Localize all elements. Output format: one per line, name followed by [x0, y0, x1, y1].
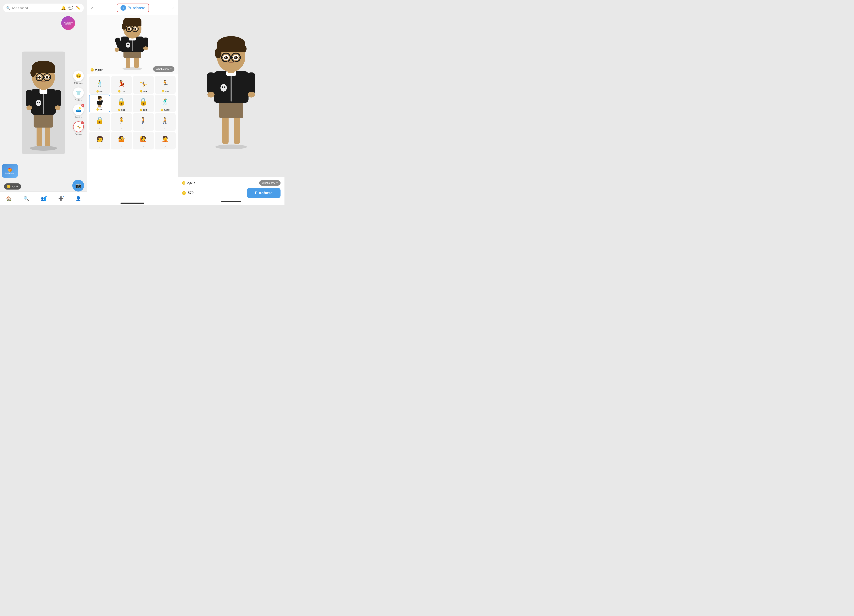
- coins-value-right: 2,437: [187, 181, 195, 185]
- gesture-svg: [95, 96, 105, 108]
- camera-button[interactable]: 📷: [72, 179, 84, 192]
- gesture-thumb: 💃: [116, 77, 127, 89]
- gesture-check: ✓: [99, 127, 101, 130]
- gesture-thumb-4-4: 🤦: [160, 133, 171, 145]
- gesture-price: 🪙480: [140, 90, 147, 93]
- coins-display-left: 🪙 2,437: [4, 183, 21, 190]
- avatar-preview-middle: 🪙 2,437 What's new ▾: [87, 15, 178, 74]
- svg-rect-11: [26, 90, 32, 107]
- gesture-item-3-2[interactable]: 🧍 ✓: [111, 113, 132, 131]
- gesture-thumb-3-4: 🧎: [160, 114, 171, 126]
- svg-point-68: [215, 144, 247, 149]
- right-whats-new-button[interactable]: What's new ▾: [259, 180, 281, 186]
- purchase-label-middle: Purchase: [128, 6, 145, 10]
- price-coin-icon: 🪙: [182, 191, 186, 195]
- fashion-label: Fashion: [75, 99, 82, 101]
- gesture-thumb: 🤸: [138, 77, 149, 89]
- svg-point-27: [38, 76, 41, 79]
- nav-profile[interactable]: 👤: [76, 196, 81, 201]
- gesture-item-top-2[interactable]: 💃 🪙220: [111, 76, 132, 94]
- close-button[interactable]: ×: [91, 5, 94, 11]
- search-input[interactable]: [12, 6, 59, 10]
- gesture-item-top-1[interactable]: 🕺 🪙480: [89, 76, 110, 94]
- lucky-spin-label: Lucky Spin!: [5, 172, 14, 174]
- gesture-item-3-3[interactable]: 🚶 ✓: [133, 113, 154, 131]
- gesture-thumb-4-2: 🤷: [116, 133, 127, 145]
- svg-rect-59: [100, 105, 101, 107]
- whats-new-button[interactable]: What's new ▾: [153, 66, 174, 71]
- menu-gesture[interactable]: 🤸 N Gesture: [73, 122, 84, 135]
- gesture-price: 🪙220: [118, 90, 125, 93]
- grid-row-4: 🧑 ✓ 🤷 ✓ 🙋 ✓ 🤦 ✓: [89, 132, 175, 149]
- gesture-item-4-2[interactable]: 🤷 ✓: [111, 132, 132, 149]
- menu-fashion[interactable]: 👕 Fashion: [73, 87, 84, 101]
- gesture-item-3-1[interactable]: 🔒 ✓: [89, 113, 110, 131]
- svg-rect-79: [247, 73, 255, 94]
- gesture-item-3-4[interactable]: 🧎 ✓: [155, 113, 176, 131]
- svg-point-95: [224, 56, 228, 59]
- gesture-item-top-3[interactable]: 🤸 🪙480: [133, 76, 154, 94]
- search-bar: 🔍 🔔 💬 ✏️: [3, 3, 84, 12]
- gesture-lock-3: 🔒: [94, 114, 105, 126]
- see-others-label: SEE OTHERS ZEPETO: [61, 21, 75, 25]
- gesture-item-2-3[interactable]: 🔒 🪙920: [133, 94, 154, 113]
- gesture-item-2-2[interactable]: 🔒 🪙660: [111, 94, 132, 113]
- svg-point-87: [242, 45, 247, 52]
- lucky-spin[interactable]: 🎁 Lucky Spin!: [2, 164, 18, 178]
- svg-point-81: [248, 91, 255, 97]
- search-icon: 🔍: [6, 6, 10, 10]
- avatar-area: SEE OTHERS ZEPETO: [0, 14, 87, 192]
- avatar-svg-middle: [113, 18, 152, 71]
- gesture-item-4-1[interactable]: 🧑 ✓: [89, 132, 110, 149]
- back-button[interactable]: ‹: [172, 5, 174, 11]
- coins-display-middle: 🪙 2,437: [90, 68, 103, 71]
- nav-friends[interactable]: 👥: [41, 196, 46, 201]
- menu-edit-face[interactable]: 😊 Edit face: [73, 70, 84, 84]
- right-bottom: 🪙 2,437 What's new ▾ 🪙 570 Purchase: [178, 177, 284, 205]
- see-others-badge[interactable]: SEE OTHERS ZEPETO: [61, 16, 75, 30]
- gesture-thumb-3-3: 🚶: [138, 114, 149, 126]
- gesture-item-2-4[interactable]: 🕺 🪙1,010: [155, 94, 176, 113]
- grid-row-top: 🕺 🪙480 💃 🪙220 🤸 🪙480 🏃 🪙570: [89, 76, 175, 94]
- gesture-item-2-1-selected[interactable]: 🪙570: [89, 94, 110, 113]
- nav-add[interactable]: ➕: [58, 196, 64, 201]
- purchase-badge[interactable]: 1 Purchase: [117, 3, 149, 12]
- pencil-icon[interactable]: ✏️: [76, 6, 81, 10]
- right-bottom-top: 🪙 2,437 What's new ▾: [182, 180, 281, 186]
- whats-new-label: What's new: [156, 67, 169, 70]
- gesture-check: ✓: [120, 146, 122, 148]
- bell-icon[interactable]: 🔔: [61, 6, 66, 10]
- menu-interior[interactable]: 🛋️ N Interior: [73, 105, 84, 118]
- svg-point-29: [122, 67, 142, 70]
- svg-rect-2: [37, 125, 42, 146]
- svg-point-19: [30, 69, 36, 77]
- svg-point-76: [224, 86, 226, 88]
- gesture-check: ✓: [120, 127, 122, 130]
- nav-home[interactable]: 🏠: [6, 196, 11, 201]
- gesture-price: 🪙570: [162, 90, 169, 93]
- purchase-count-circle: 1: [120, 5, 126, 11]
- svg-point-42: [143, 46, 148, 50]
- purchase-button[interactable]: Purchase: [247, 188, 281, 198]
- edit-face-icon-circle: 😊: [73, 70, 84, 81]
- gesture-check: ✓: [142, 146, 144, 148]
- bubble-icon[interactable]: 💬: [69, 6, 73, 10]
- gesture-item-top-4[interactable]: 🏃 🪙570: [155, 76, 176, 94]
- add-dot: [63, 196, 64, 197]
- grid-row-3: 🔒 ✓ 🧍 ✓ 🚶 ✓ 🧎 ✓: [89, 113, 175, 131]
- bottom-bar-right: [221, 201, 241, 202]
- right-chevron-icon: ▾: [276, 181, 278, 184]
- fashion-icon: 👕: [76, 90, 81, 95]
- svg-point-28: [46, 76, 48, 79]
- gesture-price-selected: 🪙570: [96, 108, 103, 111]
- gesture-thumb: 🏃: [160, 77, 171, 89]
- svg-point-1: [30, 146, 57, 151]
- svg-point-96: [234, 56, 238, 59]
- gesture-item-4-4[interactable]: 🤦 ✓: [155, 132, 176, 149]
- edit-face-label: Edit face: [74, 82, 83, 84]
- gesture-check: ✓: [164, 127, 166, 130]
- nav-search[interactable]: 🔍: [23, 196, 29, 201]
- svg-rect-73: [230, 73, 232, 102]
- svg-point-97: [225, 56, 226, 58]
- gesture-item-4-3[interactable]: 🙋 ✓: [133, 132, 154, 149]
